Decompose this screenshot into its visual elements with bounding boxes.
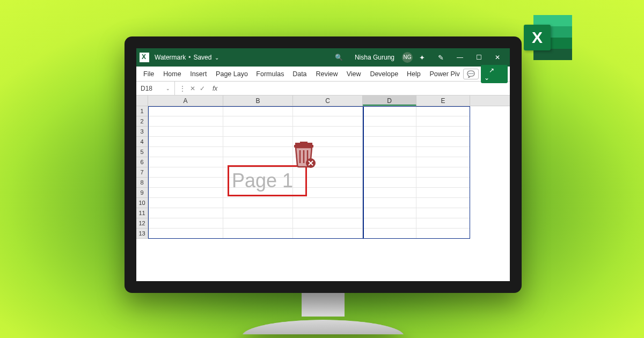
comments-button[interactable]: 💬	[463, 69, 479, 79]
share-button[interactable]: ↗ ⌄	[481, 65, 508, 83]
tab-page-layout[interactable]: Page Layo	[211, 70, 251, 78]
cell[interactable]	[293, 188, 363, 198]
col-header-e[interactable]: E	[416, 95, 470, 106]
col-header-a[interactable]: A	[148, 95, 223, 106]
user-avatar[interactable]: NG	[402, 52, 413, 63]
cell[interactable]	[293, 218, 363, 229]
menu-icon[interactable]: ⋮	[178, 85, 187, 92]
cell[interactable]	[416, 208, 470, 218]
tab-insert[interactable]: Insert	[185, 70, 211, 78]
cell[interactable]	[416, 137, 470, 147]
row-header-10[interactable]: 10	[136, 198, 148, 208]
cell[interactable]	[223, 178, 293, 188]
cell[interactable]	[416, 116, 470, 127]
select-all-corner[interactable]	[136, 95, 148, 106]
cell[interactable]	[363, 137, 416, 147]
tab-help[interactable]: Help	[402, 70, 425, 78]
cell[interactable]	[293, 106, 363, 116]
cell[interactable]	[416, 229, 470, 239]
tab-file[interactable]: File	[138, 70, 158, 78]
row-header-9[interactable]: 9	[136, 188, 148, 198]
cell[interactable]	[223, 229, 293, 239]
name-box-dropdown-icon[interactable]: ⌄	[166, 86, 170, 91]
tab-review[interactable]: Review	[311, 70, 341, 78]
accept-icon[interactable]: ✓	[199, 85, 206, 92]
cell[interactable]	[363, 116, 416, 127]
cell[interactable]	[293, 127, 363, 137]
cell[interactable]	[148, 218, 223, 229]
cell[interactable]	[363, 157, 416, 167]
cell[interactable]	[293, 157, 363, 167]
cell[interactable]	[223, 188, 293, 198]
maximize-button[interactable]: ☐	[470, 54, 488, 61]
cell[interactable]	[363, 208, 416, 218]
cell[interactable]	[148, 157, 223, 167]
cell[interactable]	[293, 137, 363, 147]
cell[interactable]	[363, 127, 416, 137]
cell[interactable]	[416, 167, 470, 178]
row-header-12[interactable]: 12	[136, 218, 148, 229]
tab-data[interactable]: Data	[288, 70, 311, 78]
row-header-5[interactable]: 5	[136, 147, 148, 157]
cell[interactable]	[223, 208, 293, 218]
cell[interactable]	[148, 178, 223, 188]
cell[interactable]	[223, 137, 293, 147]
cell[interactable]	[416, 218, 470, 229]
minimize-button[interactable]: —	[450, 54, 470, 61]
cell[interactable]	[416, 178, 470, 188]
cell[interactable]	[148, 106, 223, 116]
cell[interactable]	[148, 208, 223, 218]
cell[interactable]	[363, 229, 416, 239]
cell[interactable]	[148, 127, 223, 137]
row-header-1[interactable]: 1	[136, 106, 148, 116]
cell[interactable]	[223, 218, 293, 229]
cell[interactable]	[363, 167, 416, 178]
cell[interactable]	[363, 188, 416, 198]
user-name[interactable]: Nisha Gurung	[350, 54, 399, 61]
row-header-3[interactable]: 3	[136, 127, 148, 137]
cell[interactable]	[416, 147, 470, 157]
cell[interactable]	[363, 178, 416, 188]
row-header-2[interactable]: 2	[136, 116, 148, 127]
cell[interactable]	[363, 106, 416, 116]
cell[interactable]	[223, 127, 293, 137]
row-header-7[interactable]: 7	[136, 167, 148, 178]
cancel-icon[interactable]: ✕	[189, 85, 196, 92]
cell[interactable]	[416, 157, 470, 167]
cell[interactable]	[223, 167, 293, 178]
cell[interactable]	[416, 188, 470, 198]
tab-home[interactable]: Home	[158, 70, 185, 78]
cell[interactable]	[363, 147, 416, 157]
close-button[interactable]: ✕	[488, 54, 507, 61]
cell[interactable]	[148, 188, 223, 198]
pen-icon[interactable]: ✎	[431, 54, 450, 62]
tab-power-pivot[interactable]: Power Piv	[425, 70, 464, 78]
cell[interactable]	[223, 106, 293, 116]
cell[interactable]	[416, 106, 470, 116]
row-header-11[interactable]: 11	[136, 208, 148, 218]
row-header-4[interactable]: 4	[136, 137, 148, 147]
search-icon[interactable]: 🔍	[327, 54, 350, 61]
cell[interactable]	[148, 198, 223, 208]
cell[interactable]	[416, 127, 470, 137]
cell[interactable]	[148, 167, 223, 178]
tab-developer[interactable]: Develope	[365, 70, 402, 78]
cell[interactable]	[293, 116, 363, 127]
col-header-d[interactable]: D	[363, 95, 416, 106]
cell[interactable]	[148, 137, 223, 147]
row-header-13[interactable]: 13	[136, 229, 148, 239]
cell[interactable]	[148, 229, 223, 239]
cell[interactable]	[416, 198, 470, 208]
row-header-8[interactable]: 8	[136, 178, 148, 188]
tab-formulas[interactable]: Formulas	[251, 70, 288, 78]
tab-view[interactable]: View	[342, 70, 365, 78]
row-header-6[interactable]: 6	[136, 157, 148, 167]
cell[interactable]	[293, 198, 363, 208]
cell[interactable]	[223, 198, 293, 208]
diamond-icon[interactable]: ✦	[413, 54, 431, 62]
cell[interactable]	[293, 229, 363, 239]
cell[interactable]	[148, 147, 223, 157]
col-header-c[interactable]: C	[293, 95, 363, 106]
cell[interactable]	[223, 116, 293, 127]
cell[interactable]	[293, 178, 363, 188]
